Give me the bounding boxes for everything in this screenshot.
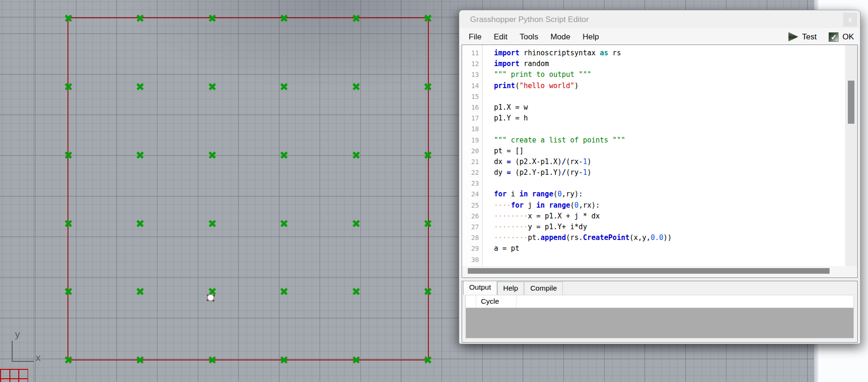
code-line[interactable]: ········y = p1.Y+ i*dy [494, 222, 845, 232]
line-number: 14 [462, 81, 482, 91]
axis-x-label: x [36, 352, 41, 362]
code-line[interactable] [494, 178, 845, 189]
code-line[interactable]: pt = [] [494, 146, 845, 157]
code-line[interactable]: import rhinoscriptsyntax as rs [494, 48, 845, 59]
grid-point-marker-icon[interactable] [280, 288, 288, 296]
grid-point-marker-icon[interactable] [352, 356, 360, 364]
grid-point-marker-icon[interactable] [64, 356, 72, 364]
menu-bar: File Edit Tools Mode Help Test ✓ OK [460, 28, 860, 45]
test-button[interactable]: Test [788, 32, 822, 42]
line-number: 13 [462, 69, 482, 80]
grid-point-marker-icon[interactable] [64, 151, 72, 159]
grid-point-marker-icon[interactable] [136, 15, 144, 22]
grid-point-marker-icon[interactable] [136, 356, 144, 364]
grid-point-marker-icon[interactable] [64, 82, 72, 90]
grid-point-marker-icon[interactable] [136, 219, 144, 227]
row-selector-column[interactable] [466, 295, 476, 307]
line-number: 30 [462, 255, 482, 265]
line-number: 23 [462, 178, 482, 189]
close-button[interactable]: x [843, 13, 857, 27]
grid-point-marker-icon[interactable] [136, 82, 144, 90]
grid-point-marker-icon[interactable] [136, 151, 144, 159]
grid-point-marker-icon[interactable] [424, 288, 432, 296]
code-line[interactable]: """ print to output """ [494, 69, 845, 80]
code-line[interactable]: ········x = p1.X + j * dx [494, 211, 845, 222]
play-icon [788, 32, 798, 42]
tab-output[interactable]: Output [463, 281, 497, 295]
code-text-area[interactable]: import rhinoscriptsyntax as rsimport ran… [483, 45, 845, 266]
code-line[interactable]: dy = (p2.Y-p1.Y)/(ry-1) [494, 167, 845, 178]
tab-help[interactable]: Help [497, 282, 524, 295]
output-table-body[interactable] [466, 308, 853, 338]
grid-point-marker-icon[interactable] [280, 15, 288, 22]
line-number: 18 [462, 124, 482, 135]
code-line[interactable]: ········pt.append(rs.CreatePoint(x,y,0.0… [494, 232, 845, 243]
code-line[interactable] [494, 91, 845, 102]
menu-file[interactable]: File [463, 32, 487, 42]
grid-point-marker-icon[interactable] [280, 219, 288, 227]
output-panel-tabs: Output Help Compile [462, 281, 857, 295]
rectangle-curve[interactable] [67, 17, 429, 360]
empty-column-header [516, 295, 853, 307]
output-table: Cycle [465, 295, 854, 338]
grid-point-marker-icon[interactable] [352, 82, 360, 90]
grid-point-marker-icon[interactable] [208, 219, 216, 227]
grid-point-marker-icon[interactable] [208, 15, 216, 22]
grid-point-marker-icon[interactable] [424, 15, 432, 22]
grid-point-marker-icon[interactable] [424, 151, 432, 159]
line-number: 27 [462, 222, 482, 232]
grid-point-marker-icon[interactable] [352, 219, 360, 227]
code-line[interactable]: dx = (p2.X-p1.X)/(rx-1) [494, 157, 845, 167]
menu-tools[interactable]: Tools [514, 32, 545, 42]
menu-mode[interactable]: Mode [544, 32, 576, 42]
code-line[interactable]: import random [494, 59, 845, 69]
code-line[interactable]: p1.Y = h [494, 113, 845, 124]
grid-point-marker-icon[interactable] [64, 219, 72, 227]
ok-button[interactable]: ✓ OK [822, 32, 860, 42]
code-line[interactable]: for i in range(0,ry): [494, 189, 845, 200]
axis-y-label: y [15, 329, 20, 339]
code-line[interactable] [494, 124, 845, 135]
line-number: 25 [462, 200, 482, 211]
tab-compile[interactable]: Compile [524, 282, 563, 295]
line-number: 21 [462, 157, 482, 167]
vertical-scrollbar-thumb[interactable] [848, 81, 854, 124]
code-line[interactable]: """ create a list of points """ [494, 135, 845, 146]
code-line[interactable]: print("hello world") [494, 81, 845, 91]
horizontal-scrollbar[interactable] [462, 266, 857, 277]
grid-point-marker-icon[interactable] [352, 151, 360, 159]
grid-point-marker-icon[interactable] [424, 82, 432, 90]
line-number: 15 [462, 91, 482, 102]
grid-point-marker-icon[interactable] [136, 288, 144, 296]
line-number: 29 [462, 243, 482, 254]
code-line[interactable] [494, 255, 845, 265]
window-titlebar[interactable]: Grasshopper Python Script Editor x [459, 10, 860, 28]
code-line[interactable]: p1.X = w [494, 102, 845, 113]
grid-point-marker-icon[interactable] [280, 151, 288, 159]
output-table-header: Cycle [466, 295, 853, 308]
grid-point-marker-icon[interactable] [208, 151, 216, 159]
menu-edit[interactable]: Edit [487, 32, 513, 42]
grid-point-marker-icon[interactable] [352, 288, 360, 296]
horizontal-scrollbar-thumb[interactable] [468, 268, 830, 274]
code-line[interactable]: a = pt [494, 243, 845, 254]
cycle-column-header[interactable]: Cycle [476, 295, 516, 307]
grid-point-marker-icon[interactable] [208, 356, 216, 364]
line-number: 19 [462, 135, 482, 146]
grid-point-marker-icon[interactable] [280, 356, 288, 364]
grid-point-marker-icon[interactable] [280, 82, 288, 90]
menu-help[interactable]: Help [576, 32, 605, 42]
grid-point-marker-icon[interactable] [352, 15, 360, 22]
line-number: 26 [462, 211, 482, 222]
grid-point-marker-icon[interactable] [208, 82, 216, 90]
grid-point-marker-icon[interactable] [64, 15, 72, 22]
code-line[interactable]: ····for j in range(0,rx): [494, 200, 845, 211]
grid-point-marker-icon[interactable] [424, 356, 432, 364]
origin-red-grid [0, 369, 28, 382]
line-number: 12 [462, 59, 482, 69]
vertical-scrollbar[interactable] [845, 45, 857, 266]
script-editor-window: Grasshopper Python Script Editor x File … [459, 10, 861, 344]
grid-point-marker-icon[interactable] [424, 219, 432, 227]
grid-point-marker-icon[interactable] [64, 288, 72, 296]
line-number: 20 [462, 146, 482, 157]
